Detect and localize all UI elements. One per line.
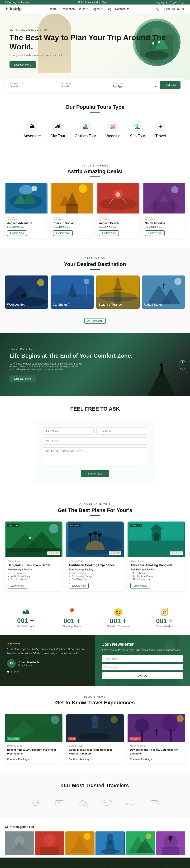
traveler-logo-5: WORLD bbox=[122, 797, 139, 809]
logo[interactable]: ✦ Astrip bbox=[5, 6, 22, 12]
dest-label-3: Beauty of France bbox=[99, 303, 122, 306]
nav-pages[interactable]: Pages ▾ bbox=[91, 7, 102, 11]
dest-france[interactable]: Beauty of France bbox=[96, 276, 140, 309]
tour-type-travel[interactable]: ✈ Travel bbox=[155, 121, 166, 138]
stat-customers-icon: 😊 bbox=[97, 608, 139, 616]
tour-type-city[interactable]: 🏙 City Tour bbox=[50, 121, 65, 138]
tour-type-sea[interactable]: 🌊 Sea Tour bbox=[130, 121, 145, 138]
dot-2[interactable] bbox=[10, 671, 12, 673]
search-input[interactable] bbox=[61, 85, 107, 88]
all-destinations-button[interactable]: All Destination bbox=[84, 318, 106, 324]
svg-point-48 bbox=[99, 292, 137, 302]
blog-link-1[interactable]: Continue Reading › bbox=[7, 758, 29, 761]
adventure-label: Adventure bbox=[24, 134, 41, 138]
hero-subtitle: LET'S FEEL A NICE TRIP bbox=[9, 29, 181, 31]
deal-image-2 bbox=[51, 183, 94, 214]
trip-type-label: Trip Type bbox=[112, 82, 158, 85]
travelers-section: Our Most Trusted Travelers BRAND TOUR TR… bbox=[0, 773, 190, 818]
footer-brand-col: ✦ Astrip The best way to find new destin… bbox=[7, 867, 59, 868]
newsletter-email-input[interactable] bbox=[102, 664, 183, 671]
insta-post-3[interactable] bbox=[65, 831, 95, 855]
plan-explore-1[interactable]: Explore Now bbox=[8, 583, 27, 588]
first-name-input[interactable] bbox=[43, 428, 94, 435]
blog-image-2: Travel bbox=[66, 714, 124, 742]
hero-cta-button[interactable]: Discover More bbox=[9, 61, 36, 68]
dot-3[interactable] bbox=[14, 671, 16, 673]
blog-link-2[interactable]: Continue Reading › bbox=[69, 758, 91, 761]
svg-rect-83 bbox=[154, 536, 159, 540]
logo-3-svg: TRIPS bbox=[77, 798, 89, 807]
cruise-label: Cruises Tour bbox=[75, 134, 96, 138]
svg-point-72 bbox=[88, 533, 92, 536]
newsletter-name-input[interactable] bbox=[102, 655, 183, 662]
dest-caribbean[interactable]: Caribbean A. bbox=[51, 276, 94, 309]
stat-guides: 🧭 001 + Travel Guides bbox=[144, 608, 185, 628]
nav-tours[interactable]: Tours ▾ bbox=[78, 7, 88, 11]
dot-4[interactable] bbox=[17, 671, 19, 673]
svg-text:ESCAPE: ESCAPE bbox=[152, 802, 157, 804]
nav-blog[interactable]: Blog bbox=[106, 7, 112, 11]
deal-price-3: From $289 /nnn bbox=[99, 226, 137, 228]
stat-tours-num: 001 + bbox=[5, 617, 46, 625]
svg-point-76 bbox=[98, 533, 102, 536]
insta-post-5[interactable] bbox=[126, 831, 155, 855]
insta-4-svg bbox=[95, 831, 125, 855]
deal-explore-2[interactable]: Explore Now bbox=[53, 230, 73, 236]
nav-destination[interactable]: Destination bbox=[60, 7, 74, 11]
dest-usa[interactable]: United States bbox=[142, 276, 186, 309]
newsletter-join-button[interactable]: Join Us bbox=[102, 672, 183, 679]
sea-label: Sea Tour bbox=[130, 134, 145, 138]
deal-explore-1[interactable]: Explore Now bbox=[7, 230, 27, 236]
deal-card-1: ★★★★ 10 Review Aegean Adventure From $29… bbox=[5, 183, 48, 238]
nav-right: 📞 +(001) 234 567 890 bbox=[156, 8, 185, 11]
blog-link-3[interactable]: Continue Reading › bbox=[130, 758, 152, 761]
plan-explore-3[interactable]: Explore Now bbox=[130, 583, 150, 588]
phone-number: +(001) 234 567 890 bbox=[162, 8, 185, 10]
insta-post-1[interactable] bbox=[5, 831, 34, 855]
comfort-cta-button[interactable]: Discover More bbox=[9, 375, 36, 382]
trip-type-field: Trip Type Trip Type Adventure City Tour … bbox=[112, 82, 158, 88]
plan-title-2: Caribbean Cooking Experience bbox=[69, 563, 121, 567]
trip-type-select[interactable]: Trip Type Adventure City Tour Cruise bbox=[112, 85, 158, 88]
message-textarea[interactable] bbox=[43, 447, 147, 466]
search-label: Search bbox=[61, 83, 107, 85]
where-field: Where to bbox=[9, 83, 56, 88]
deal-stars-3: ★★★★ bbox=[99, 216, 137, 218]
plan-feature-3c: Best Experience bbox=[130, 578, 182, 581]
submit-button[interactable]: Submit Now bbox=[81, 470, 109, 477]
dot-1[interactable] bbox=[7, 671, 9, 673]
sea-icon: 🌊 bbox=[132, 121, 144, 132]
plan-explore-2[interactable]: Explore Now bbox=[69, 583, 89, 588]
register-link[interactable]: Register/Login bbox=[170, 1, 185, 4]
city-label: City Tour bbox=[50, 134, 65, 138]
deal-explore-3[interactable]: Explore Now bbox=[99, 230, 119, 236]
instagram-section: 📷 ✦ Instagram Feed bbox=[0, 818, 190, 858]
plan-tag-3: From $319 bbox=[130, 524, 142, 527]
svg-point-100 bbox=[110, 716, 118, 723]
name-row bbox=[43, 428, 147, 435]
svg-point-140 bbox=[169, 836, 172, 839]
deal-explore-4[interactable]: Explore Now bbox=[145, 230, 165, 236]
tour-type-wedding[interactable]: 💒 Wedding bbox=[105, 121, 120, 138]
svg-point-128 bbox=[83, 833, 91, 840]
tour-type-cruise[interactable]: 🚢 Cruises Tour bbox=[75, 121, 96, 138]
email-input[interactable] bbox=[43, 437, 147, 444]
nav-home[interactable]: Home bbox=[49, 7, 57, 11]
author-country: United America bbox=[18, 664, 39, 666]
travelers-title: Our Most Trusted Travelers bbox=[5, 782, 185, 789]
dest-wachees[interactable]: Wachees Sea bbox=[5, 276, 48, 309]
nav-contact[interactable]: Contact Us bbox=[115, 7, 129, 11]
where-input[interactable] bbox=[9, 85, 56, 88]
svg-point-94 bbox=[51, 716, 59, 724]
tour-type-adventure[interactable]: 🏔 Adventure bbox=[24, 121, 41, 138]
find-now-button[interactable]: Find Now bbox=[160, 81, 181, 89]
insta-post-4[interactable] bbox=[95, 831, 125, 855]
scroll-indicator bbox=[180, 360, 185, 370]
last-name-input[interactable] bbox=[96, 428, 147, 435]
deal-rating-3: 10 Review bbox=[99, 218, 137, 221]
insta-post-6[interactable] bbox=[156, 831, 185, 855]
language-selector[interactable]: Language ▾ bbox=[155, 1, 167, 4]
plan-facility-2: Free Package Facility: bbox=[69, 568, 121, 571]
insta-post-2[interactable] bbox=[35, 831, 64, 855]
deal-price-2: From $389 /nnn bbox=[53, 226, 91, 228]
